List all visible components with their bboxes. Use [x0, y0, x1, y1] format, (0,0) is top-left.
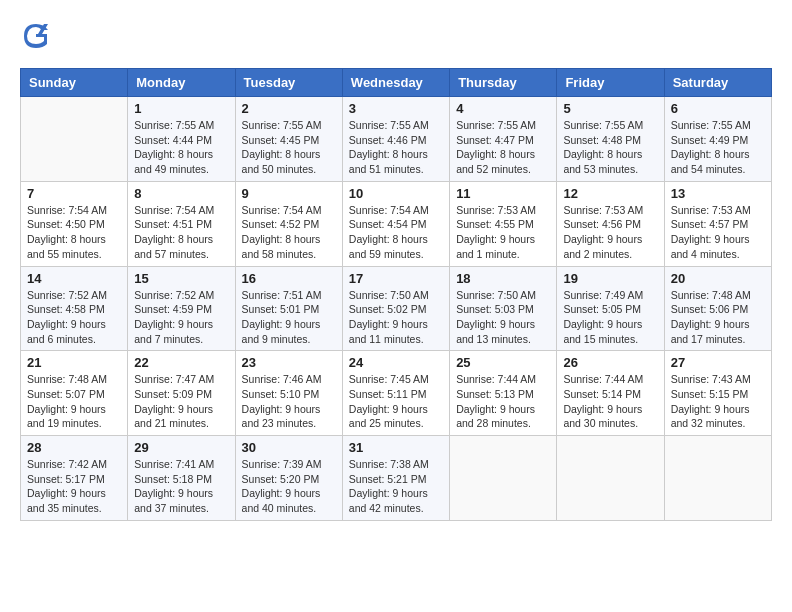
calendar-cell: 5Sunrise: 7:55 AM Sunset: 4:48 PM Daylig…: [557, 97, 664, 182]
day-info: Sunrise: 7:38 AM Sunset: 5:21 PM Dayligh…: [349, 457, 443, 516]
day-number: 23: [242, 355, 336, 370]
day-info: Sunrise: 7:49 AM Sunset: 5:05 PM Dayligh…: [563, 288, 657, 347]
day-number: 31: [349, 440, 443, 455]
calendar-cell: 3Sunrise: 7:55 AM Sunset: 4:46 PM Daylig…: [342, 97, 449, 182]
calendar-week-row: 21Sunrise: 7:48 AM Sunset: 5:07 PM Dayli…: [21, 351, 772, 436]
day-number: 29: [134, 440, 228, 455]
calendar-week-row: 7Sunrise: 7:54 AM Sunset: 4:50 PM Daylig…: [21, 181, 772, 266]
calendar-cell: 16Sunrise: 7:51 AM Sunset: 5:01 PM Dayli…: [235, 266, 342, 351]
day-number: 27: [671, 355, 765, 370]
calendar-cell: 11Sunrise: 7:53 AM Sunset: 4:55 PM Dayli…: [450, 181, 557, 266]
calendar-cell: 6Sunrise: 7:55 AM Sunset: 4:49 PM Daylig…: [664, 97, 771, 182]
day-info: Sunrise: 7:55 AM Sunset: 4:45 PM Dayligh…: [242, 118, 336, 177]
day-info: Sunrise: 7:54 AM Sunset: 4:50 PM Dayligh…: [27, 203, 121, 262]
day-number: 26: [563, 355, 657, 370]
day-info: Sunrise: 7:48 AM Sunset: 5:07 PM Dayligh…: [27, 372, 121, 431]
day-info: Sunrise: 7:53 AM Sunset: 4:57 PM Dayligh…: [671, 203, 765, 262]
day-info: Sunrise: 7:55 AM Sunset: 4:46 PM Dayligh…: [349, 118, 443, 177]
calendar-cell: 23Sunrise: 7:46 AM Sunset: 5:10 PM Dayli…: [235, 351, 342, 436]
weekday-header-row: SundayMondayTuesdayWednesdayThursdayFrid…: [21, 69, 772, 97]
day-info: Sunrise: 7:44 AM Sunset: 5:13 PM Dayligh…: [456, 372, 550, 431]
day-info: Sunrise: 7:47 AM Sunset: 5:09 PM Dayligh…: [134, 372, 228, 431]
day-number: 22: [134, 355, 228, 370]
calendar-cell: 29Sunrise: 7:41 AM Sunset: 5:18 PM Dayli…: [128, 436, 235, 521]
day-number: 19: [563, 271, 657, 286]
day-info: Sunrise: 7:54 AM Sunset: 4:54 PM Dayligh…: [349, 203, 443, 262]
day-info: Sunrise: 7:54 AM Sunset: 4:52 PM Dayligh…: [242, 203, 336, 262]
day-number: 17: [349, 271, 443, 286]
day-info: Sunrise: 7:46 AM Sunset: 5:10 PM Dayligh…: [242, 372, 336, 431]
day-info: Sunrise: 7:54 AM Sunset: 4:51 PM Dayligh…: [134, 203, 228, 262]
day-info: Sunrise: 7:44 AM Sunset: 5:14 PM Dayligh…: [563, 372, 657, 431]
day-number: 2: [242, 101, 336, 116]
calendar-cell: 7Sunrise: 7:54 AM Sunset: 4:50 PM Daylig…: [21, 181, 128, 266]
calendar-cell: 19Sunrise: 7:49 AM Sunset: 5:05 PM Dayli…: [557, 266, 664, 351]
day-info: Sunrise: 7:39 AM Sunset: 5:20 PM Dayligh…: [242, 457, 336, 516]
day-number: 5: [563, 101, 657, 116]
weekday-header-monday: Monday: [128, 69, 235, 97]
calendar-cell: [664, 436, 771, 521]
calendar-cell: 13Sunrise: 7:53 AM Sunset: 4:57 PM Dayli…: [664, 181, 771, 266]
weekday-header-sunday: Sunday: [21, 69, 128, 97]
calendar-cell: 25Sunrise: 7:44 AM Sunset: 5:13 PM Dayli…: [450, 351, 557, 436]
day-info: Sunrise: 7:45 AM Sunset: 5:11 PM Dayligh…: [349, 372, 443, 431]
calendar-cell: 30Sunrise: 7:39 AM Sunset: 5:20 PM Dayli…: [235, 436, 342, 521]
weekday-header-tuesday: Tuesday: [235, 69, 342, 97]
calendar-cell: 28Sunrise: 7:42 AM Sunset: 5:17 PM Dayli…: [21, 436, 128, 521]
day-info: Sunrise: 7:55 AM Sunset: 4:49 PM Dayligh…: [671, 118, 765, 177]
day-number: 13: [671, 186, 765, 201]
day-info: Sunrise: 7:52 AM Sunset: 4:59 PM Dayligh…: [134, 288, 228, 347]
day-number: 20: [671, 271, 765, 286]
weekday-header-friday: Friday: [557, 69, 664, 97]
day-info: Sunrise: 7:43 AM Sunset: 5:15 PM Dayligh…: [671, 372, 765, 431]
day-number: 6: [671, 101, 765, 116]
calendar-cell: 24Sunrise: 7:45 AM Sunset: 5:11 PM Dayli…: [342, 351, 449, 436]
day-number: 8: [134, 186, 228, 201]
day-number: 9: [242, 186, 336, 201]
day-info: Sunrise: 7:53 AM Sunset: 4:55 PM Dayligh…: [456, 203, 550, 262]
day-number: 12: [563, 186, 657, 201]
day-number: 16: [242, 271, 336, 286]
logo: [20, 20, 56, 52]
weekday-header-thursday: Thursday: [450, 69, 557, 97]
day-number: 15: [134, 271, 228, 286]
calendar-cell: 21Sunrise: 7:48 AM Sunset: 5:07 PM Dayli…: [21, 351, 128, 436]
calendar-cell: 8Sunrise: 7:54 AM Sunset: 4:51 PM Daylig…: [128, 181, 235, 266]
logo-icon: [20, 20, 52, 52]
weekday-header-saturday: Saturday: [664, 69, 771, 97]
day-info: Sunrise: 7:52 AM Sunset: 4:58 PM Dayligh…: [27, 288, 121, 347]
calendar-cell: 2Sunrise: 7:55 AM Sunset: 4:45 PM Daylig…: [235, 97, 342, 182]
calendar-cell: 10Sunrise: 7:54 AM Sunset: 4:54 PM Dayli…: [342, 181, 449, 266]
calendar-cell: 20Sunrise: 7:48 AM Sunset: 5:06 PM Dayli…: [664, 266, 771, 351]
calendar-cell: 31Sunrise: 7:38 AM Sunset: 5:21 PM Dayli…: [342, 436, 449, 521]
day-info: Sunrise: 7:42 AM Sunset: 5:17 PM Dayligh…: [27, 457, 121, 516]
calendar-cell: 22Sunrise: 7:47 AM Sunset: 5:09 PM Dayli…: [128, 351, 235, 436]
day-info: Sunrise: 7:50 AM Sunset: 5:02 PM Dayligh…: [349, 288, 443, 347]
day-number: 28: [27, 440, 121, 455]
day-number: 18: [456, 271, 550, 286]
day-info: Sunrise: 7:55 AM Sunset: 4:48 PM Dayligh…: [563, 118, 657, 177]
day-info: Sunrise: 7:55 AM Sunset: 4:44 PM Dayligh…: [134, 118, 228, 177]
day-info: Sunrise: 7:55 AM Sunset: 4:47 PM Dayligh…: [456, 118, 550, 177]
calendar-cell: 27Sunrise: 7:43 AM Sunset: 5:15 PM Dayli…: [664, 351, 771, 436]
day-number: 3: [349, 101, 443, 116]
day-number: 7: [27, 186, 121, 201]
page-header: [20, 20, 772, 52]
calendar-cell: 15Sunrise: 7:52 AM Sunset: 4:59 PM Dayli…: [128, 266, 235, 351]
day-number: 30: [242, 440, 336, 455]
calendar-cell: 1Sunrise: 7:55 AM Sunset: 4:44 PM Daylig…: [128, 97, 235, 182]
day-info: Sunrise: 7:53 AM Sunset: 4:56 PM Dayligh…: [563, 203, 657, 262]
day-info: Sunrise: 7:41 AM Sunset: 5:18 PM Dayligh…: [134, 457, 228, 516]
calendar-week-row: 1Sunrise: 7:55 AM Sunset: 4:44 PM Daylig…: [21, 97, 772, 182]
calendar-cell: [21, 97, 128, 182]
day-info: Sunrise: 7:51 AM Sunset: 5:01 PM Dayligh…: [242, 288, 336, 347]
calendar-table: SundayMondayTuesdayWednesdayThursdayFrid…: [20, 68, 772, 521]
calendar-cell: 14Sunrise: 7:52 AM Sunset: 4:58 PM Dayli…: [21, 266, 128, 351]
calendar-cell: [450, 436, 557, 521]
day-number: 4: [456, 101, 550, 116]
day-number: 14: [27, 271, 121, 286]
calendar-cell: 17Sunrise: 7:50 AM Sunset: 5:02 PM Dayli…: [342, 266, 449, 351]
calendar-cell: 18Sunrise: 7:50 AM Sunset: 5:03 PM Dayli…: [450, 266, 557, 351]
day-number: 10: [349, 186, 443, 201]
weekday-header-wednesday: Wednesday: [342, 69, 449, 97]
